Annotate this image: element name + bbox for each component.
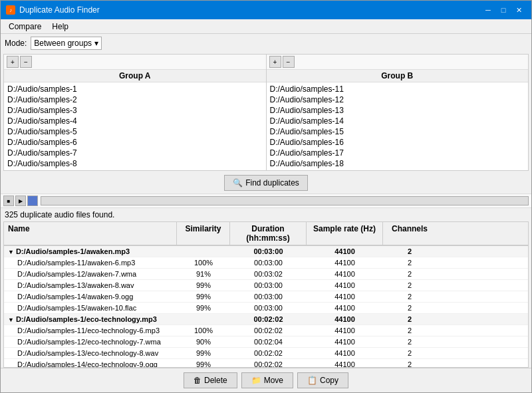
find-icon: 🔍	[233, 178, 243, 188]
table-row[interactable]: ▼D:/Audio/samples-1/awaken.mp300:03:0044…	[4, 246, 528, 257]
result-samplerate-cell: 44100	[307, 246, 383, 257]
result-channels-cell: 2	[383, 257, 436, 268]
action-bar: 🗑 Delete 📁 Move 📋 Copy	[1, 368, 531, 392]
delete-button[interactable]: 🗑 Delete	[184, 372, 237, 388]
result-name-cell: D:/Audio/samples-11/eco-technology-6.mp3	[4, 325, 177, 336]
result-similarity-cell: 99%	[177, 303, 230, 313]
group-a-list-item[interactable]: D:/Audio/samples-1	[5, 84, 265, 94]
group-b-remove-button[interactable]: −	[283, 56, 295, 68]
group-a-add-button[interactable]: +	[7, 56, 19, 68]
menu-help[interactable]: Help	[47, 21, 74, 33]
col-header-name[interactable]: Name	[4, 222, 177, 245]
table-row[interactable]: D:/Audio/samples-13/awaken-8.wav99%00:03…	[4, 280, 528, 291]
result-samplerate-cell: 44100	[307, 269, 383, 279]
delete-label: Delete	[204, 376, 227, 385]
table-row[interactable]: D:/Audio/samples-12/eco-technology-7.wma…	[4, 336, 528, 348]
result-channels-cell: 2	[383, 269, 436, 279]
table-row[interactable]: D:/Audio/samples-14/awaken-9.ogg99%00:03…	[4, 291, 528, 303]
group-a-list-item[interactable]: D:/Audio/samples-8	[5, 158, 265, 169]
find-duplicates-button[interactable]: 🔍 Find duplicates	[224, 175, 308, 191]
group-a-list-item[interactable]: D:/Audio/samples-3	[5, 105, 265, 116]
mode-dropdown[interactable]: Between groups ▾	[31, 37, 102, 50]
result-name-cell: D:/Audio/samples-12/eco-technology-7.wma	[4, 336, 177, 347]
group-b-list-item[interactable]: D:/Audio/samples-17	[268, 148, 527, 158]
col-header-channels[interactable]: Channels	[383, 222, 436, 245]
table-row[interactable]: D:/Audio/samples-11/awaken-6.mp3100%00:0…	[4, 257, 528, 269]
result-similarity-cell	[177, 318, 230, 321]
result-similarity-cell: 100%	[177, 325, 230, 336]
result-similarity-cell: 99%	[177, 280, 230, 291]
table-row[interactable]: D:/Audio/samples-15/awaken-10.flac99%00:…	[4, 303, 528, 314]
app-icon: ♪	[6, 5, 15, 15]
title-bar: ♪ Duplicate Audio Finder ─ □ ✕	[1, 1, 531, 19]
status-text: 325 duplicate audio files found.	[1, 208, 531, 221]
mode-bar: Mode: Between groups ▾	[1, 34, 531, 53]
result-duration-cell: 00:03:00	[230, 303, 307, 313]
col-header-duration[interactable]: Duration (hh:mm:ss)	[230, 222, 307, 245]
group-b-add-button[interactable]: +	[269, 56, 281, 68]
result-samplerate-cell: 44100	[307, 359, 383, 367]
menu-compare[interactable]: Compare	[3, 21, 47, 33]
group-a-header: Group A	[4, 70, 266, 82]
minimize-button[interactable]: ─	[481, 4, 495, 16]
group-b-list-item[interactable]: D:/Audio/samples-11	[268, 84, 527, 94]
table-row[interactable]: ▼D:/Audio/samples-1/eco-technology.mp300…	[4, 314, 528, 325]
result-similarity-cell: 100%	[177, 257, 230, 268]
result-samplerate-cell: 44100	[307, 314, 383, 325]
group-b-list-item[interactable]: D:/Audio/samples-15	[268, 126, 527, 137]
result-name-cell: D:/Audio/samples-13/eco-technology-8.wav	[4, 348, 177, 358]
close-button[interactable]: ✕	[511, 4, 526, 16]
progress-bar	[41, 196, 529, 205]
results-header: Name Similarity Duration (hh:mm:ss) Samp…	[4, 222, 528, 246]
result-name-cell: D:/Audio/samples-11/awaken-6.mp3	[4, 257, 177, 268]
group-a-list-item[interactable]: D:/Audio/samples-2	[5, 94, 265, 105]
results-body[interactable]: ▼D:/Audio/samples-1/awaken.mp300:03:0044…	[4, 246, 528, 367]
group-b-list-item[interactable]: D:/Audio/samples-13	[268, 105, 527, 116]
group-a-list-item[interactable]: D:/Audio/samples-7	[5, 148, 265, 158]
result-duration-cell: 00:03:00	[230, 246, 307, 257]
result-similarity-cell: 99%	[177, 359, 230, 367]
maximize-button[interactable]: □	[496, 4, 511, 16]
chevron-down-icon: ▼	[8, 317, 14, 323]
chevron-down-icon: ▼	[8, 249, 14, 255]
move-button[interactable]: 📁 Move	[241, 372, 293, 388]
active-indicator	[27, 196, 38, 206]
results-section: Name Similarity Duration (hh:mm:ss) Samp…	[3, 221, 529, 368]
result-samplerate-cell: 44100	[307, 257, 383, 268]
result-samplerate-cell: 44100	[307, 348, 383, 358]
play-controls: ■ ▶	[3, 196, 38, 206]
play-button[interactable]: ▶	[15, 196, 26, 206]
stop-button[interactable]: ■	[3, 196, 14, 206]
table-row[interactable]: D:/Audio/samples-12/awaken-7.wma91%00:03…	[4, 269, 528, 280]
table-row[interactable]: D:/Audio/samples-11/eco-technology-6.mp3…	[4, 325, 528, 336]
group-b-list-item[interactable]: D:/Audio/samples-18	[268, 158, 527, 169]
result-duration-cell: 00:02:02	[230, 359, 307, 367]
result-name-cell: ▼D:/Audio/samples-1/eco-technology.mp3	[4, 314, 177, 325]
col-header-similarity[interactable]: Similarity	[177, 222, 230, 245]
result-similarity-cell: 99%	[177, 291, 230, 302]
result-similarity-cell: 99%	[177, 348, 230, 358]
group-a-list-item[interactable]: D:/Audio/samples-4	[5, 116, 265, 126]
group-a-remove-button[interactable]: −	[20, 56, 32, 68]
move-icon: 📁	[251, 376, 261, 385]
table-row[interactable]: D:/Audio/samples-13/eco-technology-8.wav…	[4, 348, 528, 359]
group-a-list[interactable]: D:/Audio/samples-1D:/Audio/samples-2D:/A…	[4, 82, 266, 170]
copy-button[interactable]: 📋 Copy	[297, 372, 348, 388]
title-bar-left: ♪ Duplicate Audio Finder	[6, 5, 100, 15]
find-section: 🔍 Find duplicates	[1, 172, 531, 194]
dropdown-arrow-icon: ▾	[94, 39, 98, 48]
table-row[interactable]: D:/Audio/samples-14/eco-technology-9.ogg…	[4, 359, 528, 367]
group-b-list-item[interactable]: D:/Audio/samples-12	[268, 94, 527, 105]
group-b-list-item[interactable]: D:/Audio/samples-16	[268, 137, 527, 148]
menu-bar: Compare Help	[1, 19, 531, 34]
group-b-header: Group B	[267, 70, 529, 82]
group-b-list[interactable]: D:/Audio/samples-11D:/Audio/samples-12D:…	[267, 82, 529, 170]
groups-section: + − Group A D:/Audio/samples-1D:/Audio/s…	[3, 54, 529, 171]
col-header-samplerate[interactable]: Sample rate (Hz)	[307, 222, 383, 245]
result-name-cell: D:/Audio/samples-14/eco-technology-9.ogg	[4, 359, 177, 367]
group-a-list-item[interactable]: D:/Audio/samples-5	[5, 126, 265, 137]
result-duration-cell: 00:03:00	[230, 280, 307, 291]
result-samplerate-cell: 44100	[307, 336, 383, 347]
group-a-list-item[interactable]: D:/Audio/samples-6	[5, 137, 265, 148]
group-b-list-item[interactable]: D:/Audio/samples-14	[268, 116, 527, 126]
